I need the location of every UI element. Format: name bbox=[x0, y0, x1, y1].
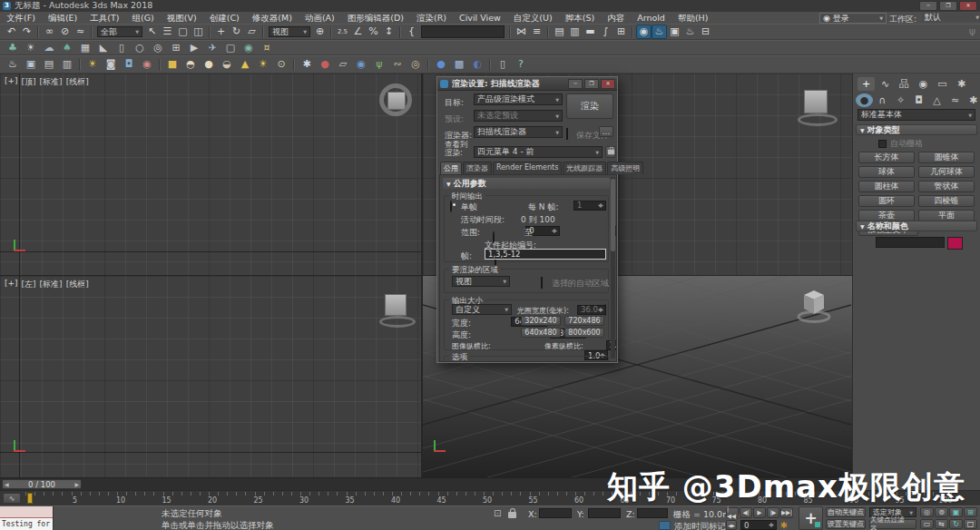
select-object-icon[interactable]: ↖ bbox=[144, 25, 160, 39]
menu-item-5[interactable]: 视图(V) bbox=[161, 12, 203, 24]
lights-category-icon[interactable]: ✧ bbox=[892, 93, 909, 107]
menu-item-2[interactable]: 编辑(E) bbox=[42, 12, 83, 24]
autogrid-checkbox[interactable] bbox=[878, 140, 887, 148]
hierarchy-tab-icon[interactable]: 品 bbox=[896, 77, 913, 91]
material-editor-icon[interactable]: ◉ bbox=[636, 25, 652, 39]
dialog-scrollbar[interactable] bbox=[611, 177, 615, 358]
panel-grid-icon[interactable]: ▥ bbox=[58, 57, 76, 72]
scene-explorer-icon[interactable]: ▤ bbox=[552, 25, 567, 39]
viewport-label-menu[interactable]: [+] bbox=[5, 279, 18, 290]
every-n-spinner[interactable]: 1 bbox=[573, 201, 606, 211]
resolution-preset-button[interactable]: 640x480 bbox=[521, 328, 561, 338]
isolate-selection-icon[interactable]: ⊡ bbox=[494, 508, 501, 518]
viewport-left[interactable]: [+][左][标准][线框] bbox=[0, 276, 421, 477]
edit-named-selections-icon[interactable]: { bbox=[404, 25, 419, 39]
inactive-tool-icon[interactable]: ψ bbox=[965, 25, 980, 39]
menu-item-14[interactable]: 内容 bbox=[601, 12, 631, 24]
key-filters-button[interactable]: 关键点过滤器.... bbox=[869, 519, 916, 529]
puzzle-icon[interactable]: ▩ bbox=[450, 57, 468, 72]
render-setup-icon[interactable]: ♨ bbox=[652, 25, 667, 39]
menu-item-9[interactable]: 图形编辑器(D) bbox=[341, 12, 410, 24]
move-icon[interactable]: + bbox=[213, 25, 229, 39]
render-preview-icon[interactable]: ▣ bbox=[22, 57, 40, 72]
viewcube[interactable] bbox=[793, 287, 835, 325]
menu-item-15[interactable]: Arnold bbox=[631, 12, 671, 24]
resolution-preset-button[interactable]: 800x600 bbox=[564, 328, 604, 338]
render-button[interactable]: 渲染 bbox=[566, 93, 613, 119]
rotate-icon[interactable]: ↻ bbox=[229, 25, 244, 39]
camera-icon[interactable]: ◘ bbox=[120, 57, 138, 72]
add-time-tag[interactable]: 添加时间标记 bbox=[674, 521, 726, 530]
zoom-extents-icon[interactable]: ▣ bbox=[949, 507, 963, 517]
lock-view-button[interactable] bbox=[605, 146, 616, 158]
snap-toggle-icon[interactable]: 2.5 bbox=[335, 25, 350, 39]
plant-icon[interactable]: ♣ bbox=[4, 41, 22, 55]
viewport-label-view[interactable]: [左] bbox=[22, 279, 36, 290]
restore-button[interactable]: ❐ bbox=[939, 1, 957, 11]
menu-item-7[interactable]: 修改器(M) bbox=[246, 12, 299, 24]
renderer-dropdown[interactable]: 扫描线渲染器 bbox=[474, 126, 563, 138]
viewport-top[interactable]: [+][顶][标准][线框] bbox=[0, 74, 421, 275]
undo-icon[interactable]: ↶ bbox=[4, 25, 19, 39]
save-file-checkbox[interactable] bbox=[566, 128, 568, 140]
eclipse-icon[interactable]: ◐ bbox=[468, 57, 486, 72]
key-filter-icon[interactable]: ✱ bbox=[780, 520, 788, 530]
zoom-all-icon[interactable]: ⊚ bbox=[935, 507, 948, 517]
aperture-spinner[interactable]: 36.0 bbox=[577, 305, 606, 315]
plus-button[interactable]: + bbox=[799, 506, 823, 530]
object-button-圆柱体[interactable]: 圆柱体 bbox=[858, 181, 915, 192]
files-button[interactable]: ... bbox=[599, 126, 613, 137]
percent-snap-icon[interactable]: % bbox=[366, 25, 381, 39]
blue-sphere-icon[interactable]: ● bbox=[432, 57, 450, 72]
target-icon[interactable]: ◎ bbox=[149, 41, 167, 55]
viewport-label-shading[interactable]: [线框] bbox=[66, 279, 89, 290]
selection-lock-icon[interactable] bbox=[508, 512, 516, 518]
time-slider-handle[interactable]: ◀ 0 / 100 ▶ bbox=[2, 479, 82, 489]
bird-icon[interactable]: ∾ bbox=[388, 57, 407, 72]
category-dropdown[interactable]: 标准基本体 bbox=[858, 109, 975, 121]
use-pivot-icon[interactable]: ⊕ bbox=[312, 25, 328, 39]
grass-icon[interactable]: ψ bbox=[370, 57, 388, 72]
auto-region-checkbox[interactable] bbox=[541, 277, 543, 289]
envelope-icon[interactable]: ▱ bbox=[334, 57, 352, 72]
frames-input[interactable]: 1,3,5-12 bbox=[485, 249, 606, 260]
object-button-球体[interactable]: 球体 bbox=[858, 166, 915, 178]
maxscript-mini-listener[interactable]: Testing for ALl bbox=[0, 506, 54, 530]
create-tab-icon[interactable]: + bbox=[858, 77, 875, 91]
viewcube-face[interactable] bbox=[804, 90, 828, 113]
geometry-category-icon[interactable]: ● bbox=[856, 93, 873, 107]
scale-icon[interactable]: ▱ bbox=[244, 25, 260, 39]
shell-icon[interactable]: ◎ bbox=[407, 57, 425, 72]
zoom-region-icon[interactable]: ▭ bbox=[920, 519, 934, 529]
object-button-四棱锥[interactable]: 四棱锥 bbox=[918, 195, 975, 207]
box-primitive-icon[interactable]: ■ bbox=[163, 57, 181, 72]
object-button-圆环[interactable]: 圆环 bbox=[858, 195, 915, 207]
viewport-label-menu[interactable]: [+] bbox=[5, 76, 18, 88]
pan-icon[interactable]: ⇆ bbox=[935, 519, 948, 529]
maximize-viewport-icon[interactable]: □ bbox=[964, 519, 977, 529]
trees-icon[interactable]: ♠ bbox=[58, 41, 76, 55]
modify-tab-icon[interactable]: ∿ bbox=[877, 77, 894, 91]
current-frame-marker[interactable] bbox=[27, 493, 33, 504]
resolution-preset-button[interactable]: 320x240 bbox=[521, 316, 561, 326]
menu-item-16[interactable]: 帮助(H) bbox=[671, 12, 715, 24]
render-production-icon[interactable]: ♨ bbox=[682, 25, 698, 39]
viewport-label-standard[interactable]: [标准] bbox=[40, 279, 63, 290]
menu-item-6[interactable]: 创建(C) bbox=[203, 12, 246, 24]
prev-frame-button[interactable]: ◀| bbox=[740, 507, 752, 518]
menu-item-4[interactable]: 组(G) bbox=[126, 12, 161, 24]
layer-manager-icon[interactable]: ▥ bbox=[567, 25, 583, 39]
name-color-rollout[interactable]: ▼ 名称和颜色 bbox=[856, 221, 977, 231]
y-coordinate-field[interactable] bbox=[588, 508, 621, 518]
doc-icon[interactable]: ▯ bbox=[494, 57, 512, 72]
board-icon[interactable]: ▤ bbox=[40, 57, 58, 72]
door-icon[interactable]: ▯ bbox=[113, 41, 131, 55]
menu-item-10[interactable]: 渲染(R) bbox=[410, 12, 453, 24]
grid-plus-icon[interactable]: ⊞ bbox=[167, 41, 185, 55]
dialog-tab-1[interactable]: 公用 bbox=[440, 162, 462, 174]
cameras-category-icon[interactable]: ◘ bbox=[910, 93, 927, 107]
swirl-icon[interactable]: ◉ bbox=[352, 57, 370, 72]
display-tab-icon[interactable]: ▭ bbox=[934, 77, 951, 91]
x-coordinate-field[interactable] bbox=[539, 508, 572, 518]
dialog-close-button[interactable]: ✕ bbox=[601, 79, 615, 89]
